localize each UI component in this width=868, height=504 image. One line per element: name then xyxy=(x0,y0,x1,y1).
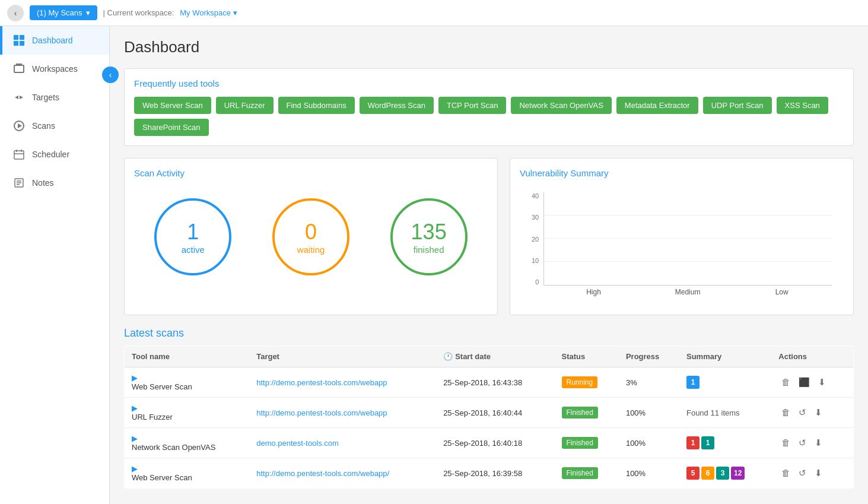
summary-badge-blue: 1 xyxy=(686,376,700,389)
download-button[interactable]: ⬇ xyxy=(812,436,825,449)
sidebar-scans-label: Scans xyxy=(32,121,55,131)
target-link[interactable]: http://demo.pentest-tools.com/webapp xyxy=(256,378,387,387)
cell-progress: 100% xyxy=(619,398,679,428)
summary-badge-red: 1 xyxy=(686,436,700,449)
scan-activity-card: Scan Activity 1 active 0 waiting xyxy=(124,158,498,315)
rerun-button[interactable]: ↺ xyxy=(796,406,809,419)
stop-button[interactable]: ⬛ xyxy=(796,376,813,389)
sidebar-item-scheduler[interactable]: Scheduler xyxy=(0,140,109,169)
sidebar-scheduler-label: Scheduler xyxy=(32,150,69,159)
tool-name-link[interactable]: Web Server Scan xyxy=(132,473,242,482)
sidebar: ‹ Dashboard Workspaces Targets Scans xyxy=(0,26,110,504)
target-link[interactable]: http://demo.pentest-tools.com/webapp xyxy=(256,408,387,417)
latest-scans-section: Latest scans Tool name Target 🕐Start dat… xyxy=(124,327,854,489)
target-link[interactable]: http://demo.pentest-tools.com/webapp/ xyxy=(256,469,389,478)
latest-scans-title: Latest scans xyxy=(124,327,854,340)
sidebar-item-scans[interactable]: Scans xyxy=(0,112,109,140)
summary-badge-orange: 6 xyxy=(701,467,714,480)
y-label-20: 20 xyxy=(532,236,539,243)
waiting-label: waiting xyxy=(297,245,325,255)
delete-button[interactable]: 🗑 xyxy=(778,406,793,419)
finished-label: finished xyxy=(414,245,444,255)
tool-tcp-port-scan[interactable]: TCP Port Scan xyxy=(438,97,506,114)
targets-icon xyxy=(13,91,25,103)
download-button[interactable]: ⬇ xyxy=(812,406,825,419)
tool-url-fuzzer[interactable]: URL Fuzzer xyxy=(216,97,274,114)
delete-button[interactable]: 🗑 xyxy=(778,376,793,388)
delete-button[interactable]: 🗑 xyxy=(778,436,793,449)
frequently-used-tools-card: Frequently used tools Web Server Scan UR… xyxy=(124,68,854,146)
cell-target: demo.pentest-tools.com xyxy=(249,428,436,458)
y-label-0: 0 xyxy=(532,278,539,286)
svg-marker-6 xyxy=(20,96,23,99)
tool-find-subdomains[interactable]: Find Subdomains xyxy=(278,97,355,114)
tool-name-link[interactable]: Web Server Scan xyxy=(132,382,242,391)
tool-metadata-extractor[interactable]: Metadata Extractor xyxy=(616,97,698,114)
workspaces-icon xyxy=(13,63,25,75)
tools-section-title: Frequently used tools xyxy=(134,78,844,88)
scheduler-icon xyxy=(13,148,25,160)
summary-badges: 5 6 3 12 xyxy=(686,467,764,480)
cell-status: Finished xyxy=(555,458,619,489)
cell-actions: 🗑 ⬛ ⬇ xyxy=(771,367,853,398)
active-label: active xyxy=(182,245,205,255)
scans-icon xyxy=(13,120,25,132)
tool-network-scan-openvas[interactable]: Network Scan OpenVAS xyxy=(511,97,611,114)
workspace-link[interactable]: My Workspace ▾ xyxy=(180,8,237,17)
table-row: ▶ Network Scan OpenVAS demo.pentest-tool… xyxy=(125,428,854,458)
play-icon: ▶ xyxy=(132,434,138,443)
col-progress: Progress xyxy=(619,346,679,367)
tool-name-link[interactable]: Network Scan OpenVAS xyxy=(132,443,242,452)
rerun-button[interactable]: ↺ xyxy=(796,436,809,449)
cell-target: http://demo.pentest-tools.com/webapp xyxy=(249,367,436,398)
table-header-row: Tool name Target 🕐Start date Status Prog… xyxy=(125,346,854,367)
tools-grid: Web Server Scan URL Fuzzer Find Subdomai… xyxy=(134,97,844,136)
scans-table: Tool name Target 🕐Start date Status Prog… xyxy=(124,345,854,489)
status-badge: Finished xyxy=(562,437,598,449)
nav-back-button[interactable]: ‹ xyxy=(7,5,24,21)
download-button[interactable]: ⬇ xyxy=(815,376,829,389)
tool-name-link[interactable]: URL Fuzzer xyxy=(132,413,242,421)
sidebar-item-dashboard[interactable]: Dashboard xyxy=(0,26,109,55)
svg-marker-8 xyxy=(18,123,22,128)
sidebar-item-targets[interactable]: Targets xyxy=(0,83,109,112)
delete-button[interactable]: 🗑 xyxy=(778,467,793,479)
waiting-count: 0 xyxy=(305,220,317,245)
rerun-button[interactable]: ↺ xyxy=(796,467,809,480)
svg-rect-4 xyxy=(14,65,24,72)
target-link[interactable]: demo.pentest-tools.com xyxy=(256,439,339,448)
cell-status: Finished xyxy=(555,398,619,428)
circles-row: 1 active 0 waiting 135 finished xyxy=(134,186,488,293)
cell-progress: 3% xyxy=(619,367,679,398)
download-button[interactable]: ⬇ xyxy=(812,467,825,480)
cell-tool: ▶ Web Server Scan xyxy=(125,367,250,398)
tool-web-server-scan[interactable]: Web Server Scan xyxy=(134,97,211,114)
chevron-down-icon: ▾ xyxy=(86,8,90,17)
page-title: Dashboard xyxy=(124,38,854,56)
play-icon: ▶ xyxy=(132,464,138,473)
sidebar-item-notes[interactable]: Notes xyxy=(0,169,109,197)
sidebar-collapse-button[interactable]: ‹ xyxy=(102,66,119,83)
topbar: ‹ (1) My Scans ▾ | Current workspace: My… xyxy=(0,0,868,26)
finished-circle: 135 finished xyxy=(390,198,468,275)
sidebar-workspaces-label: Workspaces xyxy=(32,64,78,74)
workspace-prefix: | Current workspace: xyxy=(103,8,174,17)
sidebar-item-workspaces[interactable]: Workspaces xyxy=(0,55,109,83)
summary-badge-purple: 12 xyxy=(731,467,745,480)
tool-wordpress-scan[interactable]: WordPress Scan xyxy=(360,97,434,114)
col-actions: Actions xyxy=(771,346,853,367)
summary-text: Found 11 items xyxy=(686,408,740,417)
finished-circle-wrap: 135 finished xyxy=(390,198,468,275)
tool-sharepoint-scan[interactable]: SharePoint Scan xyxy=(134,119,209,136)
tool-xss-scan[interactable]: XSS Scan xyxy=(777,97,828,114)
y-label-10: 10 xyxy=(532,257,539,264)
tool-udp-port-scan[interactable]: UDP Port Scan xyxy=(703,97,772,114)
cell-summary: 1 xyxy=(679,367,771,398)
table-row: ▶ URL Fuzzer http://demo.pentest-tools.c… xyxy=(125,398,854,428)
play-icon: ▶ xyxy=(132,404,138,413)
cell-status: Running xyxy=(555,367,619,398)
scan-selector-button[interactable]: (1) My Scans ▾ xyxy=(30,5,97,20)
cell-date: 25-Sep-2018, 16:39:58 xyxy=(436,458,554,489)
cell-status: Finished xyxy=(555,428,619,458)
active-count: 1 xyxy=(187,220,199,245)
